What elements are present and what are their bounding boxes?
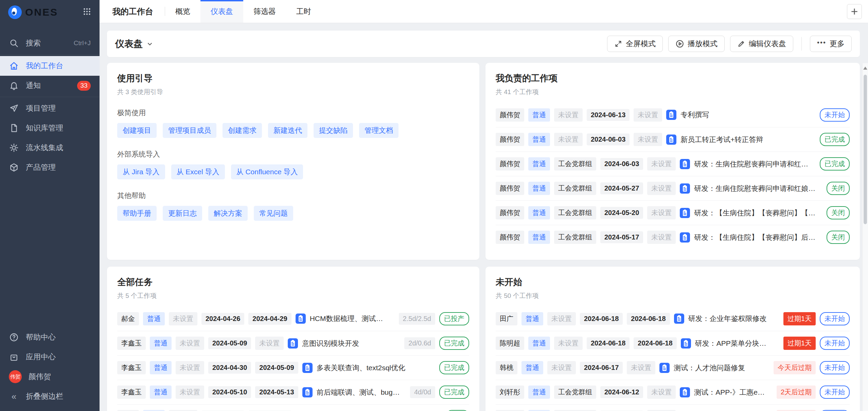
end-date-tag: 未设置 [647,206,676,219]
start-date-tag: 2024-06-03 [587,133,630,145]
sprint-tag: 工会党群组 [554,182,596,195]
end-date-tag: 2024-06-18 [627,313,670,325]
card-my-work-items: 我负责的工作项 共 41 个工作项 颜伟贺 普通 未设置 2024-06-13 … [485,63,860,260]
gear-icon [9,143,19,153]
sidebar-item-help-center[interactable]: 帮助中心 [0,327,100,347]
work-item-row[interactable]: 颜伟贺 普通 工会党群组 2024-05-27 未设置 研发：生病住院慰丧葬问申… [496,176,850,200]
work-item-row[interactable]: 李鑫玉 普通 未设置 2024-05-10 2024-05-13 前后端联调、测… [117,380,469,404]
priority-tag: 普通 [150,361,172,374]
guide-chip-create-requirement[interactable]: 创建需求 [223,123,262,138]
guide-chip-import-confluence[interactable]: 从 Confluence 导入 [231,164,303,179]
tab-dashboard[interactable]: 仪表盘 [200,0,243,23]
end-date-tag: 未设置 [634,133,662,146]
tab-worktime[interactable]: 工时 [286,0,321,23]
document-icon [9,123,19,133]
tab-filters[interactable]: 筛选器 [243,0,286,23]
logo-text: ONES [25,6,58,18]
work-item-row[interactable]: 田广 普通 未设置 2024-06-18 2024-06-18 研发：企业年鉴权… [496,306,850,331]
more-button[interactable]: ••• 更多 [810,36,852,52]
work-item-row[interactable]: 李鑫玉 普通 未设置 2024-04-30 2024-05-09 多表关联查询、… [117,355,469,380]
work-item-row[interactable]: 颜伟贺 普通 未设置 2024-06-13 未设置 专利撰写 未开始 [496,103,850,127]
priority-tag: 普通 [528,182,550,195]
guide-chip-import-excel[interactable]: 从 Excel 导入 [171,164,225,179]
sidebar-item-label: 应用中心 [26,352,56,362]
card-subtitle: 共 5 个工作项 [117,291,469,300]
priority-tag: 普通 [521,312,543,325]
task-icon [666,110,676,120]
guide-chip-create-project[interactable]: 创建项目 [117,123,157,138]
sidebar-item-label: 通知 [26,81,41,91]
play-mode-button[interactable]: 播放模式 [668,36,725,52]
work-item-title: 研发：企业年鉴权限修改 [688,314,767,323]
sprint-tag: 工会党群组 [554,157,596,171]
sidebar-collapse[interactable]: « 折叠侧边栏 [0,387,100,406]
sidebar-search[interactable]: 搜索 Ctrl+J [0,33,100,53]
fullscreen-icon [614,40,622,48]
guide-chip-help-manual[interactable]: 帮助手册 [117,206,157,221]
work-item-row[interactable]: 李鑫玉 普通 未设置 2024-05-09 未设置 意图识别模块开发 2d/0.… [117,331,469,355]
work-item-row[interactable]: 郝金 普通 未设置 2024-04-26 2024-04-29 HCM数据梳理、… [117,306,469,331]
sprint-tag: 工会党群组 [554,231,596,244]
work-item-row[interactable]: 颜伟贺 普通 未设置 2024-06-03 未设置 新员工转正考试+转正答辩 已… [496,127,850,151]
work-item-row[interactable]: 陈明超 普通 未设置 2024-06-18 2024-06-18 研发：APP菜… [496,331,850,355]
guide-chip-submit-defect[interactable]: 提交缺陷 [314,123,353,138]
assignee-tag: 刘轩彤 [496,386,524,399]
sidebar-user[interactable]: 伟贺 颜伟贺 [0,367,100,387]
guide-chip-manage-members[interactable]: 管理项目成员 [163,123,216,138]
sidebar-item-project-management[interactable]: 项目管理 [0,99,100,118]
work-item-row[interactable]: 颜伟贺 普通 工会党群组 2024-05-17 未设置 研发：【生病住院】【丧葬… [496,225,850,249]
guide-chip-import-jira[interactable]: 从 Jira 导入 [117,164,165,179]
guide-chip-solutions[interactable]: 解决方案 [208,206,248,221]
work-item-row[interactable]: 刘轩彤 普通 工会党群组 2024-06-13 未设置 测试：工会管理-》工惠e… [496,404,850,411]
tab-overview[interactable]: 概览 [165,0,200,23]
status-badge: 已完成 [439,337,469,350]
sidebar-item-pipeline-integration[interactable]: 流水线集成 [0,138,100,158]
work-item-row[interactable]: 刘轩彤 普通 工会党群组 2024-06-12 未设置 测试：APP-》工惠e家… [496,380,850,404]
status-badge: 已完成 [820,157,850,171]
play-circle-icon [675,39,684,48]
scroll-up-arrow-icon[interactable] [863,67,867,70]
sidebar-item-my-workspace[interactable]: 我的工作台 [0,56,100,76]
sidebar-bottom: 帮助中心 应用中心 伟贺 颜伟贺 « 折叠侧边栏 [0,327,100,411]
overdue-badge: 过期1天 [783,337,816,350]
sidebar-item-notifications[interactable]: 通知 33 [0,76,100,95]
card-subtitle: 共 3 类使用引导 [117,88,469,96]
end-date-tag: 2024-04-29 [248,313,291,325]
start-date-tag: 2024-06-12 [600,386,643,398]
status-badge: 关闭 [827,231,850,244]
sprint-tag: 未设置 [169,312,197,325]
sidebar-item-wiki-management[interactable]: 知识库管理 [0,118,100,138]
end-date-tag: 未设置 [647,231,676,244]
fullscreen-mode-button[interactable]: 全屏模式 [607,36,663,52]
apps-grid-icon[interactable] [83,7,91,17]
work-item-row[interactable]: 郝金 普通 未设置 2024-04-29 2024-05-10 B端页面开发、接… [117,404,469,411]
work-item-title: 新员工转正考试+转正答辩 [680,135,763,144]
dashboard-title-dropdown[interactable]: 仪表盘 [115,38,154,50]
work-item-title: 多表关联查询、text2sql优化 [317,363,405,373]
status-badge: 未开始 [820,361,850,374]
work-item-row[interactable]: 韩桃 普通 未设置 2024-06-17 未设置 测试：人才池问题修复 今天后过… [496,355,850,380]
work-item-title: 前后端联调、测试、bug优化 [317,388,400,397]
vertical-scrollbar[interactable] [862,63,868,411]
start-date-tag: 2024-05-09 [208,337,251,349]
guide-chip-manage-docs[interactable]: 管理文档 [359,123,398,138]
home-icon [9,61,19,71]
add-tab-button[interactable] [847,4,862,19]
work-item-row[interactable]: 颜伟贺 普通 工会党群组 2024-06-03 未设置 研发：生病住院慰丧葬问申… [496,151,850,176]
scrollbar-thumb[interactable] [864,75,867,224]
priority-tag: 普通 [528,231,550,244]
card-title: 我负责的工作项 [496,72,850,84]
edit-dashboard-button[interactable]: 编辑仪表盘 [730,36,793,52]
guide-chip-faq[interactable]: 常见问题 [254,206,293,221]
cube-icon [9,162,19,173]
start-date-tag: 2024-05-27 [600,182,643,194]
task-icon [674,314,684,324]
start-date-tag: 2024-04-30 [208,362,251,374]
work-item-row[interactable]: 颜伟贺 普通 工会党群组 2024-05-20 未设置 研发：【生病住院】【丧葬… [496,200,850,225]
guide-chip-changelog[interactable]: 更新日志 [163,206,202,221]
sidebar-item-app-center[interactable]: 应用中心 [0,347,100,367]
sidebar-item-product-management[interactable]: 产品管理 [0,158,100,177]
guide-chip-new-sprint[interactable]: 新建迭代 [268,123,307,138]
help-icon [9,332,19,342]
guide-section-label: 其他帮助 [117,191,469,200]
